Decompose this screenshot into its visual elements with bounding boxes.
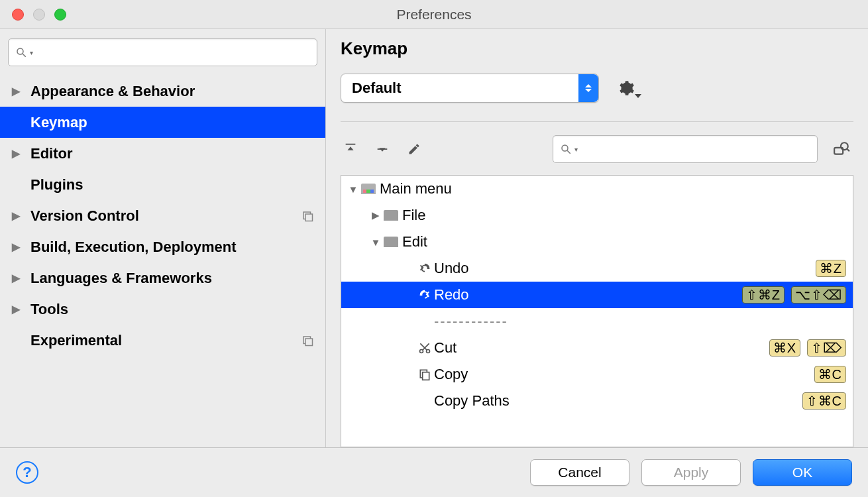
- shortcut-badge: ⌥⇧⌫: [791, 286, 846, 304]
- collapse-all-button[interactable]: [372, 142, 392, 156]
- sidebar: ▾ ▶ Appearance & Behavior Keymap ▶ Edito…: [0, 29, 326, 447]
- sidebar-item-experimental[interactable]: Experimental: [0, 325, 325, 356]
- edit-shortcut-button[interactable]: [404, 142, 424, 156]
- cancel-button[interactable]: Cancel: [530, 459, 629, 486]
- tree-action-copy[interactable]: Copy ⌘C: [341, 361, 853, 388]
- expand-arrow-icon: ▶: [12, 85, 30, 97]
- tree-node-file[interactable]: ▶ File: [341, 202, 853, 229]
- sidebar-item-plugins[interactable]: Plugins: [0, 169, 325, 200]
- ok-button[interactable]: OK: [753, 459, 852, 486]
- expand-arrow-icon: ▼: [345, 184, 361, 195]
- keymap-scheme-select[interactable]: Default: [341, 74, 599, 103]
- keymap-settings-button[interactable]: [618, 80, 635, 97]
- expand-arrow-icon: ▶: [12, 147, 30, 160]
- expand-arrow-icon: ▶: [12, 272, 30, 284]
- expand-arrow-icon: ▶: [368, 209, 384, 221]
- shortcut-badge: ⌘C: [814, 366, 846, 383]
- find-by-shortcut-button[interactable]: [830, 140, 853, 158]
- tree-separator: ------------: [341, 308, 853, 335]
- shortcut-badge: ⇧⌘Z: [742, 286, 785, 304]
- sidebar-item-tools[interactable]: ▶ Tools: [0, 294, 325, 325]
- svg-line-1: [23, 54, 26, 57]
- window-title: Preferences: [396, 7, 471, 23]
- undo-icon: [415, 261, 434, 276]
- sidebar-item-build-execution-deployment[interactable]: ▶ Build, Execution, Deployment: [0, 231, 325, 262]
- cut-icon: [415, 341, 434, 355]
- chevron-down-icon: ▾: [30, 49, 33, 56]
- tree-node-main-menu[interactable]: ▼ Main menu: [341, 176, 853, 202]
- titlebar: Preferences: [0, 0, 868, 29]
- zoom-window-button[interactable]: [54, 9, 66, 21]
- actions-search-input[interactable]: [580, 142, 810, 156]
- minimize-window-button: [33, 9, 45, 21]
- svg-line-10: [847, 149, 849, 151]
- help-button[interactable]: ?: [16, 461, 38, 484]
- svg-line-7: [567, 150, 570, 154]
- select-caret-icon: [578, 74, 598, 102]
- tree-node-edit[interactable]: ▼ Edit: [341, 229, 853, 255]
- copy-icon: [415, 368, 434, 381]
- dialog-footer: ? Cancel Apply OK: [0, 447, 868, 497]
- expand-arrow-icon: ▶: [12, 303, 30, 315]
- expand-arrow-icon: ▶: [12, 241, 30, 253]
- chevron-down-icon: ▾: [574, 146, 578, 153]
- sidebar-item-appearance-behavior[interactable]: ▶ Appearance & Behavior: [0, 76, 325, 107]
- shortcut-badge: ⌘X: [769, 339, 800, 357]
- tree-action-cut[interactable]: Cut ⌘X ⇧⌦: [341, 335, 853, 361]
- svg-point-6: [562, 145, 568, 151]
- svg-point-9: [841, 142, 848, 150]
- shortcut-badge: ⇧⌦: [807, 339, 846, 357]
- apply-button: Apply: [641, 459, 741, 486]
- close-window-button[interactable]: [12, 9, 24, 21]
- content: Keymap Default: [326, 29, 868, 447]
- sidebar-item-version-control[interactable]: ▶ Version Control: [0, 200, 325, 231]
- window-controls: [12, 9, 66, 21]
- svg-point-0: [17, 48, 23, 54]
- expand-all-button[interactable]: [341, 142, 360, 156]
- project-badge-icon: [301, 335, 313, 347]
- keymap-tree[interactable]: ▼ Main menu ▶ File ▼ Edit Undo ⌘Z: [341, 175, 853, 447]
- shortcut-badge: ⌘Z: [816, 260, 846, 277]
- folder-icon: [384, 210, 402, 221]
- keymap-scheme-value: Default: [352, 80, 402, 97]
- svg-rect-14: [423, 372, 429, 380]
- expand-arrow-icon: ▼: [368, 237, 384, 248]
- svg-rect-5: [305, 339, 313, 346]
- actions-search[interactable]: ▾: [553, 135, 818, 163]
- folder-icon: [384, 237, 402, 247]
- menu-folder-icon: [361, 184, 380, 194]
- sidebar-item-keymap[interactable]: Keymap: [0, 107, 325, 138]
- page-title: Keymap: [341, 38, 853, 59]
- expand-arrow-icon: ▶: [12, 209, 30, 222]
- project-badge-icon: [301, 210, 313, 222]
- svg-rect-3: [305, 214, 313, 221]
- tree-action-undo[interactable]: Undo ⌘Z: [341, 255, 853, 282]
- redo-icon: [415, 288, 434, 302]
- sidebar-item-editor[interactable]: ▶ Editor: [0, 138, 325, 169]
- search-icon: [560, 143, 572, 155]
- tree-action-copy-paths[interactable]: Copy Paths ⇧⌘C: [341, 388, 853, 414]
- sidebar-search-input[interactable]: [36, 45, 310, 60]
- search-icon: [15, 46, 27, 58]
- tree-action-redo[interactable]: Redo ⇧⌘Z ⌥⇧⌫: [341, 282, 853, 308]
- sidebar-item-languages-frameworks[interactable]: ▶ Languages & Frameworks: [0, 262, 325, 294]
- sidebar-search[interactable]: ▾: [8, 38, 317, 66]
- shortcut-badge: ⇧⌘C: [802, 392, 846, 410]
